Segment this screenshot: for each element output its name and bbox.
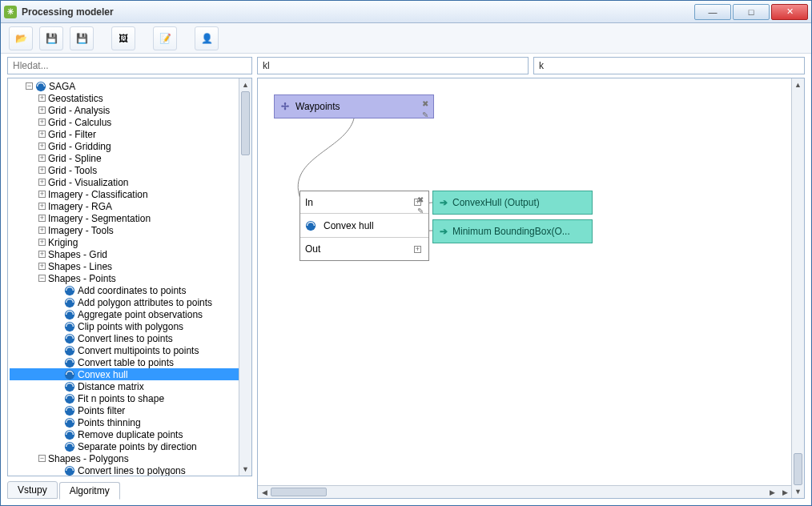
save-button[interactable]: 💾 [39,26,63,50]
expand-icon[interactable]: + [38,167,46,174]
tree-category[interactable]: +Grid - Gridding [10,140,251,152]
maximize-button[interactable]: □ [733,4,770,20]
expand-icon[interactable]: + [38,251,46,258]
tree-algorithm[interactable]: Distance matrix [10,380,251,392]
scroll-down-icon[interactable]: ▼ [239,463,251,476]
scroll-up-icon[interactable]: ▲ [239,78,251,91]
model-canvas[interactable]: ✢ Waypoints ✖ ✎ In + [257,78,805,499]
expand-icon[interactable]: + [38,131,46,138]
scroll-right-icon[interactable]: ▶ [778,486,791,498]
tree-algorithm[interactable]: Remove duplicate points [10,428,251,440]
expand-out-icon[interactable]: + [414,246,421,253]
minimize-button[interactable]: — [694,4,731,20]
delete-icon[interactable]: ✖ [420,98,430,108]
tree-item-label: Add coordinates to points [78,285,186,296]
model-name-input[interactable]: kl [257,57,529,74]
arrow-right-icon: ➔ [440,197,448,208]
tree-algorithm[interactable]: Clip points with polygons [10,320,251,332]
edit-icon[interactable]: ✎ [420,110,430,119]
expand-icon[interactable]: + [38,106,46,114]
edit-help-button[interactable]: 📝 [153,26,177,50]
expand-icon[interactable]: + [38,191,46,198]
tree-category[interactable]: +Imagery - RGA [10,200,251,212]
model-group-input[interactable]: k [533,57,805,74]
algorithm-tree[interactable]: −SAGA+Geostatistics+Grid - Analysis+Grid… [7,78,252,476]
tree-category[interactable]: +Grid - Tools [10,164,251,176]
scroll-thumb[interactable] [794,453,802,485]
tree-category[interactable]: +Kriging [10,236,251,248]
tree-item-label: Imagery - Segmentation [48,213,151,224]
run-button[interactable]: 👤 [195,26,219,50]
tree-algorithm[interactable]: Add coordinates to points [10,284,251,296]
expand-icon[interactable]: + [38,227,46,234]
edit-icon[interactable]: ✎ [416,206,425,215]
expand-icon[interactable]: + [38,143,46,150]
tree-item-label: Clip points with polygons [78,321,183,332]
output-node-convexhull[interactable]: ➔ ConvexHull (Output) [432,191,593,215]
delete-icon[interactable]: ✖ [416,195,425,204]
tree-category[interactable]: +Imagery - Tools [10,224,251,236]
tree-scrollbar[interactable]: ▲ ▼ [239,78,251,476]
tree-category[interactable]: +Grid - Analysis [10,104,251,116]
saveas-button[interactable]: 💾 [70,26,94,50]
expand-icon[interactable]: − [26,82,33,90]
expand-icon[interactable]: + [38,215,46,222]
tree-item-label: Kriging [48,237,78,248]
open-button[interactable]: 📂 [9,26,33,50]
tree-item-label: Imagery - RGA [48,201,112,212]
tree-algorithm[interactable]: Points filter [10,404,251,416]
expand-icon[interactable]: − [38,455,46,462]
tab-algorithms[interactable]: Algoritmy [59,482,120,500]
canvas-vscrollbar[interactable]: ▲ ▼ [791,78,804,498]
output-node-boundingbox[interactable]: ➔ Minimum BoundingBox(O... [432,219,593,243]
canvas-hscrollbar[interactable]: ◀ ▶ ▶ [258,485,791,498]
tree-algorithm[interactable]: Convex hull [10,368,251,380]
tree-algorithm[interactable]: Convert lines to points [10,332,251,344]
tree-category[interactable]: +Grid - Visualization [10,176,251,188]
tree-category[interactable]: +Grid - Calculus [10,116,251,128]
expand-icon[interactable]: + [38,179,46,186]
tree-item-label: Shapes - Polygons [48,453,129,464]
tree-item-label: Convert table to points [78,357,174,368]
scroll-left-icon[interactable]: ◀ [258,486,271,498]
expand-icon[interactable]: + [38,94,46,102]
saga-icon [64,309,75,320]
close-button[interactable]: ✕ [771,4,808,20]
tree-algorithm[interactable]: Separate points by direction [10,440,251,452]
expand-icon[interactable]: + [38,203,46,210]
scroll-down-icon[interactable]: ▼ [792,485,804,498]
tree-category[interactable]: +Grid - Spline [10,152,251,164]
expand-icon[interactable]: + [38,239,46,246]
tree-category[interactable]: +Geostatistics [10,92,251,104]
expand-icon[interactable]: − [38,275,46,282]
tree-item-label: Shapes - Lines [48,261,112,272]
tree-algorithm[interactable]: Convert table to points [10,356,251,368]
tree-algorithm[interactable]: Aggregate point observations [10,308,251,320]
tree-algorithm[interactable]: Convert lines to polygons [10,464,251,476]
expand-icon[interactable]: + [38,155,46,162]
tree-algorithm[interactable]: Convert multipoints to points [10,344,251,356]
expand-icon[interactable]: + [38,118,46,126]
scroll-right-icon[interactable]: ▶ [766,486,778,498]
scroll-up-icon[interactable]: ▲ [792,78,804,91]
tree-category[interactable]: +Grid - Filter [10,128,251,140]
tree-category[interactable]: +Shapes - Lines [10,260,251,272]
expand-icon[interactable]: + [38,263,46,270]
tree-algorithm[interactable]: Fit n points to shape [10,392,251,404]
tree-category[interactable]: +Shapes - Grid [10,248,251,260]
tree-algorithm[interactable]: Points thinning [10,416,251,428]
tree-root-saga[interactable]: −SAGA [10,80,251,92]
tree-algorithm[interactable]: Add polygon attributes to points [10,296,251,308]
scroll-thumb[interactable] [241,91,250,155]
tree-category-shapes-polygons[interactable]: −Shapes - Polygons [10,452,251,464]
export-image-button[interactable]: 🖼 [111,26,135,50]
tree-item-label: Grid - Tools [48,165,97,176]
tree-category-shapes-points[interactable]: −Shapes - Points [10,272,251,284]
tab-inputs[interactable]: Vstupy [7,481,58,499]
input-node-waypoints[interactable]: ✢ Waypoints ✖ ✎ [274,94,434,118]
scroll-thumb[interactable] [271,488,327,496]
tree-category[interactable]: +Imagery - Segmentation [10,212,251,224]
algorithm-node-convexhull[interactable]: In + Convex hull ✖ ✎ Out [299,191,429,261]
tree-category[interactable]: +Imagery - Classification [10,188,251,200]
search-input[interactable]: Hledat... [7,57,252,74]
